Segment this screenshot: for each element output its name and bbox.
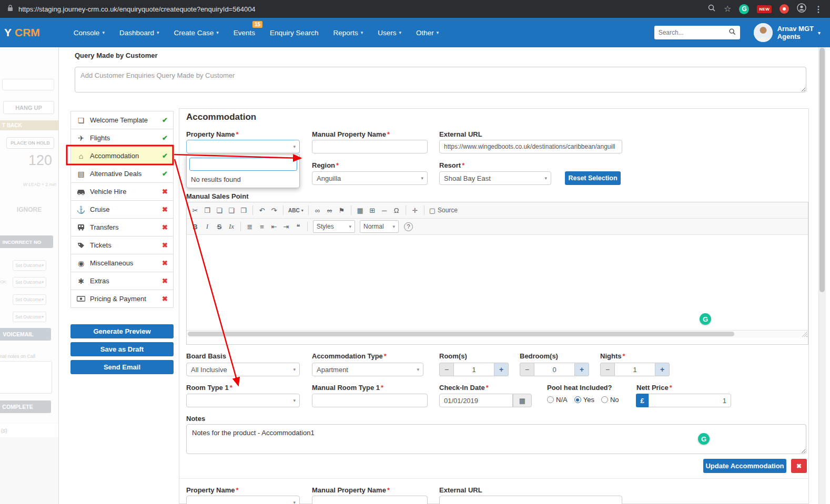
paste-button[interactable]: ❏ [214, 204, 225, 217]
avatar[interactable] [754, 23, 773, 42]
paragraph-format-dropdown[interactable]: Normal▾ [360, 220, 399, 233]
undo-button[interactable]: ↶ [256, 204, 268, 217]
section-item-vehicle-hire[interactable]: Vehicle Hire✖ [70, 182, 174, 201]
unlink-button[interactable]: ∞ [324, 204, 336, 217]
nav-item-reports[interactable]: Reports▾ [326, 24, 370, 42]
bold-button[interactable]: B [189, 220, 201, 233]
section-item-miscellaneous[interactable]: ◉Miscellaneous✖ [70, 254, 174, 272]
section-item-tickets[interactable]: Tickets✖ [70, 236, 174, 254]
decrease-indent-button[interactable]: ⇤ [268, 220, 280, 233]
maximize-button[interactable]: ✛ [409, 204, 421, 217]
grammarly-extension-icon[interactable]: G [739, 4, 749, 14]
extension-icon[interactable] [780, 4, 789, 14]
nights-increment-button[interactable]: + [655, 363, 670, 376]
paste-plain-text-button[interactable]: ❑ [226, 204, 237, 217]
bullet-list-button[interactable]: ≡ [256, 220, 268, 233]
nav-item-events[interactable]: Events15 [226, 24, 262, 42]
resort-select[interactable]: Shoal Bay East▾ [439, 171, 551, 185]
source-button[interactable]: ▢Source [428, 204, 459, 217]
section-item-transfers[interactable]: Transfers✖ [70, 218, 174, 236]
section-item-extras[interactable]: ✱Extras✖ [70, 272, 174, 290]
profile-icon[interactable] [797, 3, 806, 15]
paste-from-word-button[interactable]: ❒ [238, 204, 249, 217]
app-logo[interactable]: YCRM [4, 26, 40, 39]
italic-button[interactable]: I [201, 220, 213, 233]
blockquote-button[interactable]: ❝ [292, 220, 304, 233]
check-in-date-input[interactable] [439, 394, 513, 407]
remove-format-button[interactable]: Ix [226, 220, 237, 233]
bedrooms-increment-button[interactable]: + [574, 363, 589, 376]
cut-button[interactable]: ✂ [189, 204, 201, 217]
search-icon[interactable] [707, 4, 716, 14]
page-scrollbar-thumb[interactable] [819, 48, 825, 292]
nights-decrement-button[interactable]: − [600, 363, 615, 376]
link-button[interactable]: ∞ [312, 204, 323, 217]
board-basis-select[interactable]: All Inclusive▾ [186, 363, 300, 376]
room-type-select[interactable]: ▾ [186, 394, 300, 407]
editor-content-area[interactable] [187, 235, 808, 330]
region-select[interactable]: Anguilla▾ [312, 171, 428, 185]
copy-button[interactable]: ❐ [201, 204, 213, 217]
section-item-flights[interactable]: ✈Flights✔ [70, 129, 174, 147]
resize-grip-icon[interactable] [801, 331, 807, 337]
rooms-increment-button[interactable]: + [494, 363, 509, 376]
external-url-input-2[interactable] [439, 496, 622, 504]
user-menu[interactable]: Arnav MGTAgents [777, 25, 814, 40]
section-item-pricing-payment[interactable]: Pricing & Payment✖ [70, 290, 174, 308]
strikethrough-button[interactable]: S [214, 220, 225, 233]
search-icon[interactable] [728, 28, 736, 37]
section-item-cruise[interactable]: ⚓Cruise✖ [70, 200, 174, 219]
generate-preview-button[interactable]: Generate Preview [70, 324, 174, 338]
nav-item-enquiry-search[interactable]: Enquiry Search [262, 24, 326, 42]
pool-heat-option-yes[interactable]: Yes [574, 396, 594, 404]
save-as-draft-button[interactable]: Save as Draft [70, 342, 174, 356]
manual-room-type-input[interactable] [312, 394, 428, 407]
remove-accommodation-button[interactable]: ✖ [791, 459, 807, 473]
nav-item-users[interactable]: Users▾ [370, 24, 409, 42]
nights-value[interactable]: 1 [615, 363, 655, 376]
numbered-list-button[interactable]: ≣ [244, 220, 256, 233]
section-item-welcome-template[interactable]: ❏Welcome Template✔ [70, 111, 174, 129]
nav-item-console[interactable]: Console▾ [66, 24, 112, 42]
insert-image-button[interactable]: ▦ [355, 204, 366, 217]
increase-indent-button[interactable]: ⇥ [280, 220, 292, 233]
send-email-button[interactable]: Send Email [70, 360, 174, 374]
new-badge-extension[interactable]: NEW [757, 5, 772, 13]
bedrooms-decrement-button[interactable]: − [520, 363, 534, 376]
browser-menu-icon[interactable]: ⋮ [814, 4, 823, 14]
styles-dropdown[interactable]: Styles▾ [313, 220, 355, 233]
manual-property-name-input-2[interactable] [312, 496, 428, 504]
query-textarea[interactable] [75, 67, 806, 92]
nav-item-dashboard[interactable]: Dashboard▾ [112, 24, 167, 42]
nett-price-input[interactable] [649, 394, 731, 407]
grammarly-badge[interactable]: G [700, 313, 711, 325]
pool-heat-option-no[interactable]: No [601, 396, 619, 404]
special-char-button[interactable]: Ω [391, 204, 402, 217]
accommodation-type-select[interactable]: Apartment▾ [312, 363, 423, 376]
section-item-accommodation[interactable]: ⌂Accommodation✔ [70, 147, 174, 165]
search-input[interactable] [659, 29, 728, 36]
bookmark-star-icon[interactable]: ☆ [724, 5, 731, 13]
notes-textarea[interactable]: Notes for the product - Accommodation1 [186, 424, 806, 454]
redo-button[interactable]: ↷ [268, 204, 280, 217]
manual-property-name-input[interactable] [312, 140, 428, 153]
url-text[interactable]: https://staging.journey-crm.co.uk/enquir… [18, 5, 256, 13]
nav-item-create-case[interactable]: Create Case▾ [166, 24, 226, 42]
insert-table-button[interactable]: ⊞ [367, 204, 378, 217]
property-name-select[interactable]: ▾ [186, 140, 300, 153]
calendar-button[interactable]: ▦ [513, 394, 532, 407]
pool-heat-option-na[interactable]: N/A [547, 396, 568, 404]
spellcheck-button[interactable]: ABC▾ [287, 204, 305, 217]
external-url-input[interactable] [439, 140, 622, 153]
grammarly-badge[interactable]: G [698, 433, 710, 445]
reset-selection-button[interactable]: Reset Selection [565, 171, 621, 185]
dropdown-search-input[interactable] [189, 158, 297, 171]
property-name-select-2[interactable]: ▾ [186, 496, 300, 504]
nav-item-other[interactable]: Other▾ [409, 24, 446, 42]
chevron-down-icon[interactable]: ▾ [818, 30, 821, 36]
rooms-value[interactable]: 1 [454, 363, 494, 376]
section-item-alternative-deals[interactable]: ▤Alternative Deals✔ [70, 164, 174, 183]
update-accommodation-button[interactable]: Update Accommodation [703, 459, 786, 473]
horizontal-rule-button[interactable]: ─ [379, 204, 390, 217]
rooms-decrement-button[interactable]: − [439, 363, 454, 376]
